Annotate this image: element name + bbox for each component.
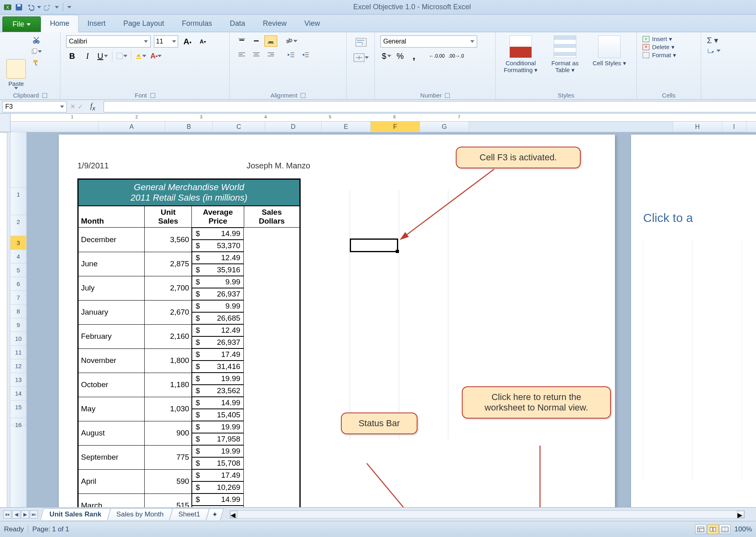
align-left-button[interactable] — [235, 49, 248, 60]
row-head-6[interactable]: 6 — [10, 277, 26, 291]
format-painter-icon[interactable] — [31, 58, 42, 68]
cell-units[interactable]: 1,180 — [145, 373, 192, 397]
insert-cells-button[interactable]: +Insert ▾ — [642, 35, 695, 43]
cell-month[interactable]: January — [78, 300, 145, 324]
page-1[interactable]: 1/9/2011 Joseph M. Manzo General Merchan… — [59, 135, 615, 513]
scroll-right-button[interactable]: ▶ — [737, 511, 744, 518]
active-cell-f3[interactable] — [350, 238, 398, 252]
tab-view[interactable]: View — [295, 15, 329, 32]
cell-price[interactable]: $12.49 — [192, 324, 244, 336]
status-zoom[interactable]: 100% — [735, 525, 752, 533]
cell-units[interactable]: 2,670 — [145, 300, 192, 324]
cell-units[interactable]: 590 — [145, 469, 192, 493]
row-head-9[interactable]: 9 — [10, 318, 26, 332]
conditional-formatting-button[interactable]: Conditional Formatting ▾ — [501, 35, 541, 74]
delete-cells-button[interactable]: ×Delete ▾ — [642, 44, 695, 51]
normal-view-button[interactable] — [695, 525, 706, 534]
page-layout-view-button[interactable] — [707, 525, 719, 534]
cell-month[interactable]: December — [78, 228, 145, 252]
row-head-5[interactable]: 5 — [10, 263, 26, 277]
undo-icon[interactable] — [26, 3, 35, 12]
tab-review[interactable]: Review — [254, 15, 295, 32]
table-row[interactable]: November1,800$17.49$31,416 — [78, 348, 300, 373]
table-row[interactable]: August900$19.99$17,958 — [78, 421, 300, 445]
col-head-a[interactable]: A — [98, 122, 165, 132]
cell-month[interactable]: April — [78, 469, 145, 493]
percent-format-button[interactable]: % — [394, 50, 406, 62]
col-head-d[interactable]: D — [265, 122, 322, 132]
cell-price[interactable]: $12.49 — [192, 252, 244, 264]
file-tab[interactable]: File — [2, 17, 41, 32]
table-row[interactable]: July2,700$9.99$26,937 — [78, 276, 300, 300]
table-row[interactable]: May1,030$14.99$15,405 — [78, 397, 300, 421]
font-color-button[interactable]: A — [150, 50, 162, 62]
autosum-button[interactable]: Σ ▾ — [707, 35, 728, 45]
cell-price[interactable]: $19.99 — [192, 421, 244, 433]
col-head-g[interactable]: G — [420, 122, 469, 132]
cell-price[interactable]: $17.49 — [192, 348, 244, 361]
cell-price[interactable]: $19.99 — [192, 373, 244, 385]
customize-qat-icon[interactable] — [67, 6, 71, 8]
cell-units[interactable]: 1,800 — [145, 348, 192, 373]
cell-dollars[interactable]: $35,916 — [192, 264, 244, 276]
col-head-b[interactable]: B — [165, 122, 213, 132]
merge-center-button[interactable] — [351, 52, 371, 64]
table-row[interactable]: February2,160$12.49$26,937 — [78, 324, 300, 348]
wrap-text-button[interactable] — [351, 36, 371, 48]
sheet-tab-unit-sales-rank[interactable]: Unit Sales Rank — [40, 508, 111, 520]
row-head-13[interactable]: 13 — [10, 373, 26, 387]
tab-page-layout[interactable]: Page Layout — [114, 15, 173, 32]
row-head-2[interactable]: 2 — [10, 215, 26, 236]
table-row[interactable]: January2,670$9.99$26,685 — [78, 300, 300, 324]
tab-home[interactable]: Home — [41, 15, 79, 32]
cell-units[interactable]: 2,160 — [145, 324, 192, 348]
select-all-corner[interactable] — [0, 114, 10, 132]
sheet-nav-prev[interactable]: ◀ — [12, 510, 20, 518]
table-row[interactable]: June2,875$12.49$35,916 — [78, 252, 300, 276]
cell-units[interactable]: 2,700 — [145, 276, 192, 300]
accounting-format-button[interactable]: $ — [380, 50, 393, 62]
increase-decimal-button[interactable]: ←.0.00 — [428, 50, 446, 62]
copy-menu-icon[interactable] — [38, 50, 42, 53]
sheet-cells-right[interactable] — [631, 239, 756, 481]
sheet-nav-last[interactable]: ⏭ — [30, 510, 38, 518]
col-head-h[interactable]: H — [673, 122, 722, 132]
decrease-decimal-button[interactable]: .00→.0 — [447, 50, 465, 62]
save-icon[interactable] — [15, 3, 23, 12]
cell-price[interactable]: $9.99 — [192, 300, 244, 312]
row-head-10[interactable]: 10 — [10, 332, 26, 346]
row-head-14[interactable]: 14 — [10, 387, 26, 400]
cell-dollars[interactable]: $26,937 — [192, 288, 244, 300]
redo-menu-icon[interactable] — [55, 6, 59, 8]
row-head-4[interactable]: 4 — [10, 250, 26, 263]
cell-dollars[interactable]: $23,562 — [192, 385, 244, 397]
cell-month[interactable]: November — [78, 348, 145, 373]
row-head-12[interactable]: 12 — [10, 359, 26, 373]
formula-input[interactable] — [104, 101, 756, 112]
tab-data[interactable]: Data — [221, 15, 254, 32]
number-format-combo[interactable]: General — [380, 35, 477, 48]
cell-price[interactable]: $9.99 — [192, 276, 244, 288]
cell-month[interactable]: August — [78, 421, 145, 445]
sales-table[interactable]: General Merchandise World2011 Retail Sal… — [77, 178, 301, 519]
font-name-combo[interactable]: Calibri — [66, 35, 151, 48]
align-top-button[interactable] — [235, 35, 248, 47]
scroll-left-button[interactable]: ◀ — [230, 511, 237, 518]
cell-dollars[interactable]: $15,405 — [192, 409, 244, 421]
font-launcher-icon[interactable] — [150, 93, 155, 98]
cell-units[interactable]: 3,560 — [145, 228, 192, 252]
increase-indent-button[interactable] — [299, 49, 312, 60]
cell-units[interactable]: 900 — [145, 421, 192, 445]
cell-price[interactable]: $14.99 — [192, 493, 244, 506]
col-head-f[interactable]: F — [371, 122, 420, 132]
paste-button[interactable]: Paste — [3, 34, 29, 91]
page-break-view-button[interactable] — [719, 525, 731, 534]
name-box[interactable]: F3 — [2, 101, 67, 112]
cell-month[interactable]: July — [78, 276, 145, 300]
table-row[interactable]: December3,560$14.99$53,370 — [78, 228, 300, 252]
row-head-3[interactable]: 3 — [10, 236, 26, 250]
fx-icon[interactable]: fx — [90, 102, 96, 112]
col-head-i[interactable]: I — [722, 122, 746, 132]
enter-formula-icon[interactable]: ✓ — [78, 103, 83, 110]
decrease-indent-button[interactable] — [285, 49, 297, 60]
